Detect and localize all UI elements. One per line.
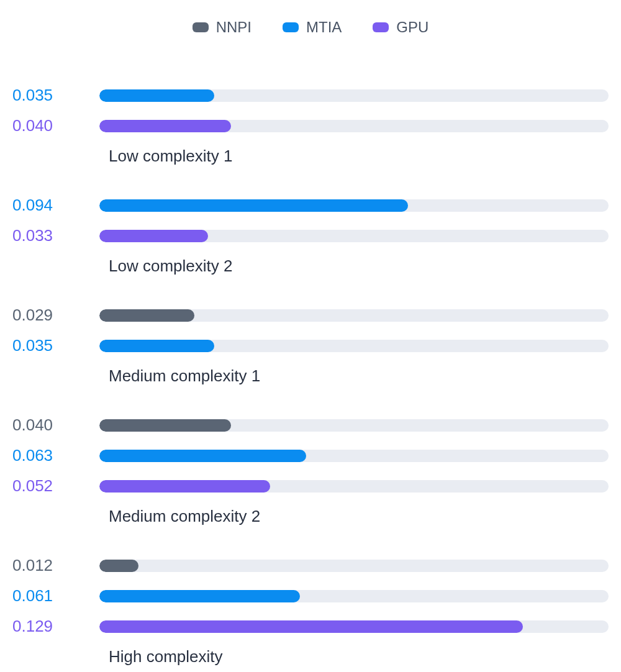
legend-swatch-icon [283, 22, 299, 32]
legend-label: NNPI [216, 19, 252, 36]
bar-value-label: 0.033 [6, 226, 99, 245]
bar-row: 0.061 [6, 586, 615, 606]
bar-row: 0.129 [6, 617, 615, 636]
group-label: Medium complexity 2 [109, 507, 615, 526]
bar-row: 0.094 [6, 196, 615, 215]
legend-label: GPU [396, 19, 428, 36]
bar-fill [99, 89, 214, 102]
bar-row: 0.035 [6, 86, 615, 105]
chart-group: 0.0120.0610.129High complexity [6, 556, 615, 666]
bar-fill [99, 230, 208, 242]
chart-body: 0.0350.040Low complexity 10.0940.033Low … [6, 86, 615, 666]
legend-swatch-icon [373, 22, 389, 32]
bar-track [99, 480, 609, 493]
bar-row: 0.052 [6, 476, 615, 496]
bar-track [99, 309, 609, 322]
bar-value-label: 0.061 [6, 586, 99, 606]
bar-row: 0.033 [6, 226, 615, 245]
bar-fill [99, 560, 138, 572]
bar-track [99, 450, 609, 462]
bar-track [99, 120, 609, 132]
chart-group: 0.0940.033Low complexity 2 [6, 196, 615, 276]
group-label: High complexity [109, 647, 615, 666]
bar-track [99, 560, 609, 572]
bar-row: 0.040 [6, 116, 615, 135]
group-label: Low complexity 1 [109, 147, 615, 166]
bar-track [99, 340, 609, 352]
chart-group: 0.0350.040Low complexity 1 [6, 86, 615, 166]
bar-value-label: 0.052 [6, 476, 99, 496]
bar-track [99, 230, 609, 242]
bar-fill [99, 419, 231, 432]
bar-value-label: 0.012 [6, 556, 99, 575]
group-label: Medium complexity 1 [109, 366, 615, 386]
chart-group: 0.0290.035Medium complexity 1 [6, 306, 615, 386]
bar-fill [99, 480, 270, 493]
bar-track [99, 620, 609, 633]
bar-value-label: 0.035 [6, 336, 99, 355]
bar-fill [99, 340, 214, 352]
bar-fill [99, 620, 523, 633]
bar-track [99, 199, 609, 212]
bar-value-label: 0.129 [6, 617, 99, 636]
bar-row: 0.029 [6, 306, 615, 325]
bar-value-label: 0.035 [6, 86, 99, 105]
legend-item-nnpi[interactable]: NNPI [193, 19, 252, 36]
bar-value-label: 0.094 [6, 196, 99, 215]
bar-fill [99, 590, 300, 602]
legend-item-gpu[interactable]: GPU [373, 19, 428, 36]
bar-value-label: 0.029 [6, 306, 99, 325]
bar-fill [99, 120, 231, 132]
bar-fill [99, 309, 194, 322]
bar-value-label: 0.063 [6, 446, 99, 465]
legend-item-mtia[interactable]: MTIA [283, 19, 342, 36]
group-label: Low complexity 2 [109, 257, 615, 276]
bar-row: 0.040 [6, 415, 615, 435]
legend-label: MTIA [306, 19, 342, 36]
chart-legend: NNPI MTIA GPU [6, 19, 615, 36]
bar-value-label: 0.040 [6, 415, 99, 435]
legend-swatch-icon [193, 22, 209, 32]
bar-fill [99, 199, 408, 212]
bar-value-label: 0.040 [6, 116, 99, 135]
bar-track [99, 89, 609, 102]
bar-track [99, 419, 609, 432]
bar-row: 0.012 [6, 556, 615, 575]
bar-track [99, 590, 609, 602]
bar-row: 0.063 [6, 446, 615, 465]
bar-fill [99, 450, 306, 462]
bar-row: 0.035 [6, 336, 615, 355]
chart-group: 0.0400.0630.052Medium complexity 2 [6, 415, 615, 526]
